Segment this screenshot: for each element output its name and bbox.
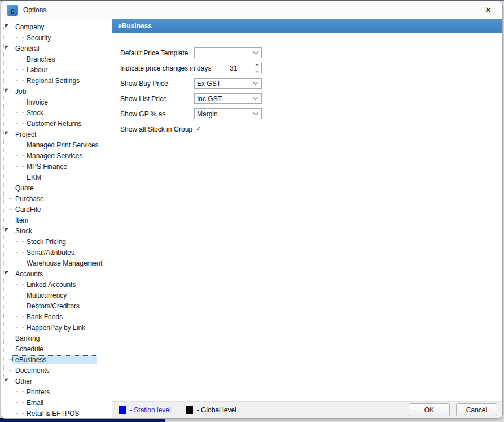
tree-guide-line — [16, 252, 24, 253]
sidebar-item-label: Banking — [14, 334, 41, 343]
dropdown-value: Margin — [197, 110, 218, 118]
sidebar-item-label: Multicurrency — [25, 291, 68, 300]
tree-guide-line — [16, 241, 24, 242]
footer-bar: - Station level- Global level OKCancel — [112, 401, 502, 418]
show-buy-price-dropdown[interactable]: Ex GST — [194, 78, 262, 89]
sidebar-item-project[interactable]: ◤Project — [1, 129, 112, 140]
sidebar-item-banking[interactable]: Banking — [1, 333, 112, 343]
tree-guide-line — [3, 338, 12, 338]
close-icon[interactable]: ✕ — [480, 3, 497, 18]
sidebar-item-invoice[interactable]: Invoice — [1, 97, 112, 107]
title-bar: e Options ✕ — [1, 1, 502, 19]
sidebar-item-label: Job — [14, 87, 28, 96]
tree-expander-icon[interactable]: ◤ — [5, 131, 8, 136]
sidebar-item-debtors-creditors[interactable]: Debtors/Creditors — [1, 301, 112, 311]
panel-header: eBusiness — [112, 19, 502, 33]
default-price-template-dropdown[interactable] — [194, 47, 262, 58]
dropdown-value: Ex GST — [197, 80, 221, 88]
global-level-swatch — [186, 406, 193, 414]
sidebar-item-label: Serial/Attributes — [25, 248, 76, 257]
sidebar-item-retail-eftpos[interactable]: Retail & EFTPOS — [1, 408, 112, 418]
show-list-price-dropdown[interactable]: Inc GST — [194, 93, 262, 104]
tree-guide-line — [16, 413, 24, 414]
sidebar-item-label: HappenPay by Link — [25, 323, 87, 332]
sidebar-item-item[interactable]: Item — [1, 215, 112, 225]
sidebar-item-label: Linked Accounts — [25, 280, 77, 289]
tree-guide-line — [3, 349, 12, 349]
sidebar-item-customer-returns[interactable]: Customer Returns — [1, 118, 112, 129]
panel-title: eBusiness — [118, 22, 152, 30]
level-legend: - Station level- Global level — [119, 406, 251, 414]
sidebar-item-bank-feeds[interactable]: Bank Feeds — [1, 311, 112, 322]
sidebar-item-label: Security — [25, 33, 52, 42]
tree-guide-line — [16, 112, 24, 113]
sidebar-item-accounts[interactable]: ◤Accounts — [1, 268, 112, 279]
cancel-button[interactable]: Cancel — [456, 403, 497, 416]
sidebar-item-general[interactable]: ◤General — [1, 43, 112, 54]
sidebar-item-label: Stock Pricing — [25, 237, 68, 246]
show-all-stock-in-group-checkbox[interactable] — [195, 125, 203, 133]
sidebar-item-labour[interactable]: Labour — [1, 64, 112, 75]
sidebar-item-warehouse-management[interactable]: Warehouse Management — [1, 258, 112, 268]
sidebar-item-branches[interactable]: Branches — [1, 54, 112, 64]
sidebar-item-printers[interactable]: Printers — [1, 386, 112, 397]
tree-guide-line — [3, 370, 12, 371]
tree-expander-icon[interactable]: ◤ — [5, 24, 8, 28]
tree-guide-line — [16, 306, 24, 306]
sidebar-item-stock-pricing[interactable]: Stock Pricing — [1, 236, 112, 247]
sidebar-item-other[interactable]: ◤Other — [1, 376, 112, 386]
indicate-price-changes-in-days-spinner[interactable]: 31 — [227, 63, 262, 73]
global-level-legend: - Global level — [186, 406, 236, 414]
tree-guide-line — [16, 59, 24, 59]
dialog-buttons: OKCancel — [402, 403, 497, 416]
tree-guide-line — [16, 284, 24, 285]
tree-expander-icon[interactable]: ◤ — [5, 228, 8, 232]
dialog-body: ◤CompanySecurity◤GeneralBranchesLabourRe… — [1, 19, 502, 418]
sidebar-item-label: Invoice — [25, 98, 50, 107]
sidebar-item-regional-settings[interactable]: Regional Settings — [1, 75, 112, 86]
sidebar-item-security[interactable]: Security — [1, 32, 112, 43]
sidebar-item-ebusiness[interactable]: eBusiness — [1, 354, 112, 365]
sidebar-item-job[interactable]: ◤Job — [1, 86, 112, 97]
sidebar: ◤CompanySecurity◤GeneralBranchesLabourRe… — [1, 19, 112, 418]
tree-guide-line — [16, 316, 24, 317]
sidebar-item-happenpay-by-link[interactable]: HappenPay by Link — [1, 322, 112, 333]
background-statusbar — [0, 418, 165, 422]
form-row: Indicate price changes in days31 — [120, 60, 502, 76]
chevron-down-icon — [253, 80, 258, 85]
sidebar-item-multicurrency[interactable]: Multicurrency — [1, 290, 112, 301]
sidebar-item-purchase[interactable]: Purchase — [1, 193, 112, 204]
sidebar-item-documents[interactable]: Documents — [1, 365, 112, 376]
sidebar-item-ekm[interactable]: EKM — [1, 172, 112, 182]
tree-expander-icon[interactable]: ◤ — [5, 45, 8, 50]
ok-button[interactable]: OK — [409, 403, 450, 416]
tree-expander-icon[interactable]: ◤ — [5, 271, 8, 275]
spinner-up-icon[interactable] — [255, 63, 259, 67]
spinner-down-icon[interactable] — [255, 68, 259, 72]
sidebar-item-label: Bank Feeds — [25, 312, 64, 321]
show-gp-as-dropdown[interactable]: Margin — [194, 108, 262, 119]
show-buy-price-label: Show Buy Price — [120, 80, 168, 88]
sidebar-item-managed-services[interactable]: Managed Services — [1, 150, 112, 161]
sidebar-item-email[interactable]: Email — [1, 397, 112, 408]
sidebar-item-cardfile[interactable]: CardFile — [1, 204, 112, 215]
show-all-stock-in-group-label: Show all Stock in Group — [120, 125, 192, 133]
sidebar-item-managed-print-services[interactable]: Managed Print Services — [1, 140, 112, 150]
sidebar-item-serial-attributes[interactable]: Serial/Attributes — [1, 247, 112, 258]
tree-guide-line — [16, 166, 24, 167]
sidebar-item-mps-finance[interactable]: MPS Finance — [1, 161, 112, 172]
sidebar-item-label: Warehouse Management — [25, 259, 104, 268]
sidebar-item-company[interactable]: ◤Company — [1, 21, 112, 32]
sidebar-item-stock[interactable]: ◤Stock — [1, 225, 112, 236]
options-tree: ◤CompanySecurity◤GeneralBranchesLabourRe… — [1, 21, 112, 418]
sidebar-item-label: Regional Settings — [25, 76, 81, 85]
sidebar-item-stock[interactable]: Stock — [1, 107, 112, 118]
form-row: Show List PriceInc GST — [120, 91, 502, 106]
sidebar-item-linked-accounts[interactable]: Linked Accounts — [1, 279, 112, 290]
sidebar-item-label: Project — [14, 130, 38, 139]
tree-expander-icon[interactable]: ◤ — [5, 378, 8, 382]
sidebar-item-schedule[interactable]: Schedule — [1, 343, 112, 354]
tree-expander-icon[interactable]: ◤ — [5, 88, 8, 93]
sidebar-item-label: General — [14, 44, 41, 53]
sidebar-item-quote[interactable]: Quote — [1, 182, 112, 193]
